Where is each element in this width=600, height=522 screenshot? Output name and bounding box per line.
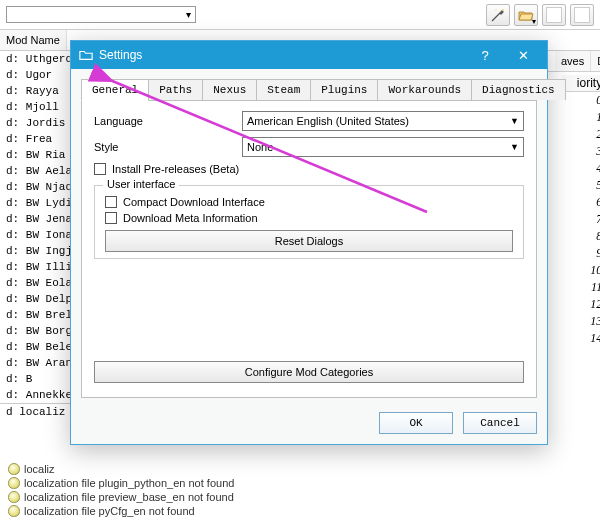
download-meta-label: Download Meta Information bbox=[123, 212, 258, 224]
compact-download-checkbox[interactable] bbox=[105, 196, 117, 208]
list-item[interactable]: d: Annekke bbox=[0, 387, 75, 403]
list-item[interactable]: d localiz bbox=[0, 403, 75, 420]
dialog-buttons: OK Cancel bbox=[71, 404, 547, 444]
list-item[interactable]: d: BW Eola bbox=[0, 275, 75, 291]
ui-group-legend: User interface bbox=[103, 178, 179, 190]
wand-icon bbox=[490, 7, 506, 23]
language-label: Language bbox=[94, 115, 234, 127]
list-item[interactable]: d: BW Brelyn bbox=[0, 307, 75, 323]
toolbar-wand-button[interactable] bbox=[486, 4, 510, 26]
priority-value: 3 bbox=[562, 143, 600, 160]
install-prerelease-checkbox[interactable] bbox=[94, 163, 106, 175]
list-item[interactable]: d: BW Jenas bbox=[0, 211, 75, 227]
list-item[interactable]: d: BW Njada bbox=[0, 179, 75, 195]
priority-value: 12 bbox=[562, 296, 600, 313]
list-item[interactable]: d: Jordis bbox=[0, 115, 75, 131]
priority-value: 1 bbox=[562, 109, 600, 126]
language-select[interactable]: American English (United States) ▼ bbox=[242, 111, 524, 131]
log-line: localization file pyCfg_en not found bbox=[4, 504, 596, 518]
priority-value: 0 bbox=[562, 92, 600, 109]
tab-bar: GeneralPathsNexusSteamPluginsWorkarounds… bbox=[81, 79, 537, 100]
ui-group: User interface Compact Download Interfac… bbox=[94, 185, 524, 259]
list-item[interactable]: d: BW Arane bbox=[0, 355, 75, 371]
priority-column: iority 01234567891011121314 bbox=[562, 75, 600, 347]
compact-download-label: Compact Download Interface bbox=[123, 196, 265, 208]
column-modname[interactable]: Mod Name bbox=[0, 30, 67, 50]
tab-diagnostics[interactable]: Diagnostics bbox=[471, 79, 566, 100]
list-item[interactable]: d: BW Lydia bbox=[0, 195, 75, 211]
tab-paths[interactable]: Paths bbox=[148, 79, 203, 100]
configure-categories-button[interactable]: Configure Mod Categories bbox=[94, 361, 524, 383]
priority-value: 4 bbox=[562, 160, 600, 177]
list-item[interactable]: d: BW Delph bbox=[0, 291, 75, 307]
tab-workarounds[interactable]: Workarounds bbox=[377, 79, 472, 100]
priority-header[interactable]: iority bbox=[562, 75, 600, 92]
priority-value: 2 bbox=[562, 126, 600, 143]
bulb-icon bbox=[8, 463, 20, 475]
list-item[interactable]: d: BW Ingjar bbox=[0, 243, 75, 259]
column-d[interactable]: D bbox=[591, 51, 600, 71]
titlebar: Settings ? ✕ bbox=[71, 41, 547, 69]
dialog-title: Settings bbox=[99, 48, 463, 62]
blank-icon bbox=[546, 7, 562, 23]
bulb-icon bbox=[8, 505, 20, 517]
list-item[interactable]: d: Ugor bbox=[0, 67, 75, 83]
bulb-icon bbox=[8, 491, 20, 503]
log-line: localiz bbox=[4, 462, 596, 476]
log-panel: localizlocalization file plugin_python_e… bbox=[0, 458, 600, 522]
profile-select[interactable] bbox=[6, 6, 196, 23]
priority-value: 14 bbox=[562, 330, 600, 347]
list-item[interactable]: d: Rayya bbox=[0, 83, 75, 99]
mod-list[interactable]: d: Uthgerdd: Ugord: Rayyad: Mjolld: Jord… bbox=[0, 51, 75, 420]
list-item[interactable]: d: Uthgerd bbox=[0, 51, 75, 67]
list-item[interactable]: d: BW Belev bbox=[0, 339, 75, 355]
priority-value: 7 bbox=[562, 211, 600, 228]
toolbar-blank1-button[interactable] bbox=[542, 4, 566, 26]
list-item[interactable]: d: B bbox=[0, 371, 75, 387]
general-pane: Language American English (United States… bbox=[81, 100, 537, 398]
list-item[interactable]: d: BW Illia bbox=[0, 259, 75, 275]
ok-button[interactable]: OK bbox=[379, 412, 453, 434]
list-item[interactable]: d: BW Borga bbox=[0, 323, 75, 339]
install-prerelease-label: Install Pre-releases (Beta) bbox=[112, 163, 239, 175]
settings-dialog: Settings ? ✕ GeneralPathsNexusSteamPlugi… bbox=[70, 40, 548, 445]
priority-value: 9 bbox=[562, 245, 600, 262]
log-line: localization file preview_base_en not fo… bbox=[4, 490, 596, 504]
list-item[interactable]: d: BW Ria bbox=[0, 147, 75, 163]
toolbar: ▾ bbox=[0, 0, 600, 30]
chevron-down-icon: ▼ bbox=[510, 142, 519, 152]
toolbar-folder-button[interactable]: ▾ bbox=[514, 4, 538, 26]
folder-icon bbox=[79, 48, 93, 62]
priority-value: 13 bbox=[562, 313, 600, 330]
priority-value: 5 bbox=[562, 177, 600, 194]
log-line: localization file plugin_python_en not f… bbox=[4, 476, 596, 490]
cancel-button[interactable]: Cancel bbox=[463, 412, 537, 434]
blank-icon bbox=[574, 7, 590, 23]
chevron-down-icon: ▼ bbox=[510, 116, 519, 126]
style-select[interactable]: None ▼ bbox=[242, 137, 524, 157]
tab-plugins[interactable]: Plugins bbox=[310, 79, 378, 100]
bulb-icon bbox=[8, 477, 20, 489]
priority-value: 11 bbox=[562, 279, 600, 296]
tab-general[interactable]: General bbox=[81, 79, 149, 101]
svg-point-1 bbox=[495, 9, 496, 10]
priority-value: 10 bbox=[562, 262, 600, 279]
priority-value: 6 bbox=[562, 194, 600, 211]
list-item[interactable]: d: BW Aela bbox=[0, 163, 75, 179]
svg-point-0 bbox=[502, 9, 504, 11]
help-button[interactable]: ? bbox=[469, 48, 501, 63]
style-label: Style bbox=[94, 141, 234, 153]
download-meta-checkbox[interactable] bbox=[105, 212, 117, 224]
priority-value: 8 bbox=[562, 228, 600, 245]
tab-nexus[interactable]: Nexus bbox=[202, 79, 257, 100]
list-item[interactable]: d: BW Iona bbox=[0, 227, 75, 243]
list-item[interactable]: d: Mjoll bbox=[0, 99, 75, 115]
column-saves[interactable]: aves bbox=[555, 51, 591, 71]
list-item[interactable]: d: Frea bbox=[0, 131, 75, 147]
close-button[interactable]: ✕ bbox=[507, 48, 539, 63]
toolbar-blank2-button[interactable] bbox=[570, 4, 594, 26]
tab-steam[interactable]: Steam bbox=[256, 79, 311, 100]
reset-dialogs-button[interactable]: Reset Dialogs bbox=[105, 230, 513, 252]
